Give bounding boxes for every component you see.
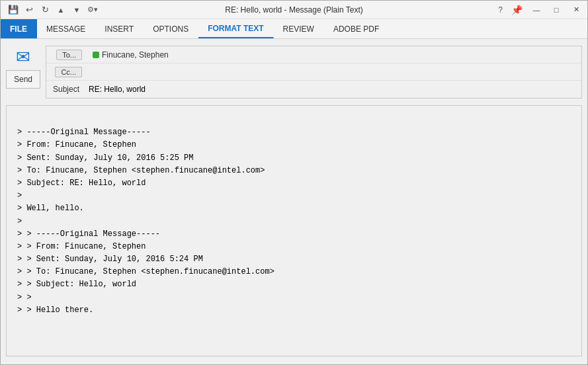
title-bar: 💾 ↩ ↻ ▲ ▼ ⚙▾ RE: Hello, world - Message … [1,1,587,19]
minimize-button[interactable]: — [528,3,545,17]
pin-button[interactable]: 📌 [508,3,525,17]
save-button[interactable]: 💾 [6,3,21,17]
undo-button[interactable]: ↩ [22,3,36,17]
restore-button[interactable]: □ [548,3,565,17]
to-recipient-name: Finucane, Stephen [102,50,169,60]
cc-field[interactable] [86,65,581,79]
tab-options[interactable]: OPTIONS [144,19,198,38]
scroll-up-button[interactable]: ▲ [54,3,68,17]
cc-button-container: Cc... [46,67,86,77]
message-body[interactable]: > -----Original Message----- > From: Fin… [6,105,582,356]
email-fields: To... Finucane, Stephen Cc... [46,46,582,99]
cc-button[interactable]: Cc... [55,67,82,77]
close-button[interactable]: ✕ [567,3,585,17]
subject-row: Subject [46,81,581,98]
tab-review[interactable]: REVIEW [274,19,324,38]
tab-adobe-pdf[interactable]: ADOBE PDF [324,19,389,38]
to-row: To... Finucane, Stephen [46,46,581,63]
to-button[interactable]: To... [56,50,82,60]
tab-insert[interactable]: INSERT [95,19,144,38]
tab-message[interactable]: MESSAGE [37,19,95,38]
recipient-tag: Finucane, Stephen [89,50,173,60]
subject-field[interactable] [86,83,581,96]
send-section: ✉ Send [1,42,40,99]
options-dropdown-button[interactable]: ⚙▾ [85,3,100,17]
email-fields-section: To... Finucane, Stephen Cc... [40,42,587,99]
recipient-dot [93,52,99,58]
subject-label: Subject [46,85,86,94]
window-title: RE: Hello, world - Message (Plain Text) [225,5,363,15]
send-button[interactable]: Send [6,70,40,89]
tab-format-text[interactable]: FORMAT TEXT [198,19,273,38]
to-button-container: To... [46,50,86,60]
cc-row: Cc... [46,63,581,81]
compose-area: ✉ Send To... Finucane, Stephen [1,39,587,101]
quick-access-toolbar: 💾 ↩ ↻ ▲ ▼ ⚙▾ [3,3,103,17]
redo-button[interactable]: ↻ [38,3,52,17]
send-icon: ✉ [12,46,34,69]
to-field[interactable]: Finucane, Stephen [86,48,581,62]
scroll-down-button[interactable]: ▼ [69,3,84,17]
compose-window: ✉ Send To... Finucane, Stephen [1,39,587,364]
help-icon[interactable]: ? [495,5,505,15]
ribbon-tabs: FILE MESSAGE INSERT OPTIONS FORMAT TEXT … [1,19,587,39]
tab-file[interactable]: FILE [1,19,37,38]
